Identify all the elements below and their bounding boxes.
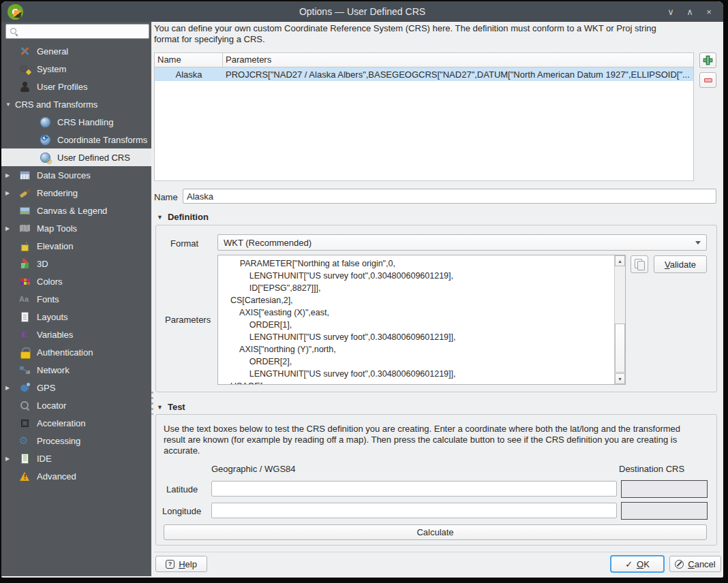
wkt-scrollbar[interactable]: ▲ ▼	[614, 255, 625, 384]
sidebar-item-user-profiles[interactable]: User Profiles	[1, 78, 151, 95]
network-icon	[19, 364, 31, 376]
titlebar[interactable]: Options — User Defined CRS ∨∧×	[1, 1, 723, 22]
search-magnifier-icon	[10, 27, 19, 37]
crs-table[interactable]: Name Parameters AlaskaPROJCRS["NAD27 / A…	[154, 52, 694, 181]
expand-arrow-icon[interactable]: ▶	[5, 190, 15, 196]
sidebar-item-advanced[interactable]: Advanced	[1, 467, 151, 485]
variables-epsilon-icon	[19, 329, 31, 341]
sidebar-item-fonts[interactable]: Fonts	[1, 290, 151, 308]
name-label: Name	[154, 192, 178, 202]
sidebar-item-layouts[interactable]: Layouts	[1, 308, 151, 326]
help-button[interactable]: Help	[155, 556, 207, 572]
scrollbar-thumb[interactable]	[615, 324, 625, 373]
sidebar-item-canvas-legend[interactable]: Canvas & Legend	[1, 202, 151, 219]
crs-globe-icon	[40, 116, 51, 128]
shade-chevron-down-icon[interactable]: ∨	[665, 7, 677, 17]
sidebar-item-acceleration[interactable]: Acceleration	[1, 414, 151, 432]
add-crs-button[interactable]	[699, 52, 716, 68]
map-tools-icon	[19, 223, 31, 234]
crs-table-row[interactable]: AlaskaPROJCRS["NAD27 / Alaska Albers",BA…	[155, 67, 693, 81]
sidebar-item-authentication[interactable]: Authentication	[1, 343, 151, 361]
fonts-icon	[19, 294, 31, 305]
sidebar-item-label: General	[37, 46, 68, 57]
destination-crs-header: Destination CRS	[619, 464, 684, 474]
wkt-text: PARAMETER["Northing at false origin",0, …	[218, 255, 614, 384]
sidebar-item-user-defined-crs[interactable]: User Defined CRS	[1, 148, 151, 166]
sidebar-search-input[interactable]	[5, 24, 149, 39]
sidebar-item-system[interactable]: System	[1, 60, 151, 78]
sidebar-item-elevation[interactable]: Elevation	[1, 237, 151, 255]
remove-crs-button[interactable]	[699, 72, 716, 88]
sidebar-item-label: Colors	[37, 277, 63, 287]
calculate-button[interactable]: Calculate	[164, 524, 707, 540]
sidebar-item-label: Authentication	[37, 347, 93, 358]
copy-icon	[634, 259, 645, 270]
scroll-down-arrow-icon[interactable]: ▼	[615, 373, 625, 384]
crs-name-input[interactable]	[183, 189, 716, 204]
column-header-parameters[interactable]: Parameters	[223, 53, 274, 67]
sidebar-item-locator[interactable]: Locator	[1, 396, 151, 414]
sidebar-item-crs-handling[interactable]: CRS Handling	[1, 113, 151, 131]
expand-arrow-icon[interactable]: ▶	[5, 225, 15, 232]
advanced-warning-icon	[19, 471, 31, 482]
sidebar-item-network[interactable]: Network	[1, 361, 151, 379]
sidebar-item-map-tools[interactable]: ▶Map Tools	[1, 219, 151, 237]
triangle-down-icon: ▼	[157, 214, 163, 221]
wkt-parameters-textarea[interactable]: PARAMETER["Northing at false origin",0, …	[217, 255, 626, 385]
user-defined-crs-icon	[40, 152, 51, 163]
cancel-button[interactable]: Cancel	[669, 556, 721, 572]
elevation-icon	[19, 240, 31, 252]
sidebar-item-label: Canvas & Legend	[37, 206, 107, 216]
copy-wkt-button[interactable]	[631, 255, 648, 273]
definition-section-title: Definition	[168, 212, 209, 222]
help-icon	[166, 560, 175, 569]
sidebar-item-label: CRS Handling	[57, 117, 113, 127]
sidebar-item-label: User Defined CRS	[57, 153, 130, 163]
user-profiles-icon	[19, 81, 31, 93]
expand-arrow-icon[interactable]: ▶	[5, 385, 15, 391]
sidebar-item-variables[interactable]: Variables	[1, 326, 151, 343]
latitude-input[interactable]	[211, 481, 617, 497]
sidebar-item-ide[interactable]: ▶IDE	[1, 450, 151, 467]
column-header-name[interactable]: Name	[155, 53, 223, 67]
sidebar-item-colors[interactable]: Colors	[1, 272, 151, 290]
maximize-chevron-up-icon[interactable]: ∧	[684, 7, 696, 17]
sidebar-item-label: CRS and Transforms	[15, 99, 97, 110]
sidebar-item-3d[interactable]: 3D	[1, 255, 151, 272]
close-icon[interactable]: ×	[703, 7, 715, 17]
expand-arrow-icon[interactable]: ▼	[5, 101, 15, 108]
longitude-input[interactable]	[211, 503, 617, 518]
sidebar-item-label: Coordinate Transforms	[57, 135, 147, 145]
sidebar-item-label: Network	[37, 365, 70, 375]
test-section-header[interactable]: ▼ Test	[157, 402, 185, 412]
validate-button[interactable]: Validate	[654, 255, 707, 273]
cancel-slash-circle-icon	[675, 560, 684, 569]
sidebar-item-coordinate-transforms[interactable]: Coordinate Transforms	[1, 131, 151, 148]
ok-button[interactable]: ✓ OK	[610, 555, 665, 573]
validate-button-label: Validate	[665, 259, 696, 270]
sidebar-item-rendering[interactable]: ▶Rendering	[1, 184, 151, 202]
locator-magnifier-icon	[19, 400, 31, 411]
sidebar-item-crs-and-transforms[interactable]: ▼CRS and Transforms	[1, 95, 151, 113]
sidebar-item-processing[interactable]: Processing	[1, 432, 151, 450]
sidebar-item-data-sources[interactable]: ▶Data Sources	[1, 166, 151, 184]
expand-arrow-icon[interactable]: ▶	[5, 172, 15, 178]
sidebar-item-label: Map Tools	[37, 223, 77, 234]
coordinate-transforms-icon	[40, 134, 51, 146]
combo-dropdown-arrow-icon	[695, 241, 701, 245]
sidebar-item-general[interactable]: General	[1, 42, 151, 60]
definition-section-header[interactable]: ▼ Definition	[157, 212, 209, 222]
rendering-brush-icon	[19, 187, 31, 199]
check-icon: ✓	[625, 559, 633, 569]
format-combobox[interactable]: WKT (Recommended)	[217, 234, 707, 251]
test-description: Use the text boxes below to test the CRS…	[164, 424, 702, 456]
splitter-handle[interactable]	[151, 392, 153, 415]
expand-arrow-icon[interactable]: ▶	[5, 456, 15, 462]
latitude-label: Latitude	[166, 484, 198, 494]
sidebar-item-gps[interactable]: ▶GPS	[1, 379, 151, 396]
cancel-button-label: Cancel	[688, 559, 715, 569]
help-button-label: Help	[179, 559, 197, 569]
calculate-button-label: Calculate	[416, 527, 453, 537]
scroll-up-arrow-icon[interactable]: ▲	[615, 255, 625, 266]
longitude-result-box	[621, 502, 708, 520]
